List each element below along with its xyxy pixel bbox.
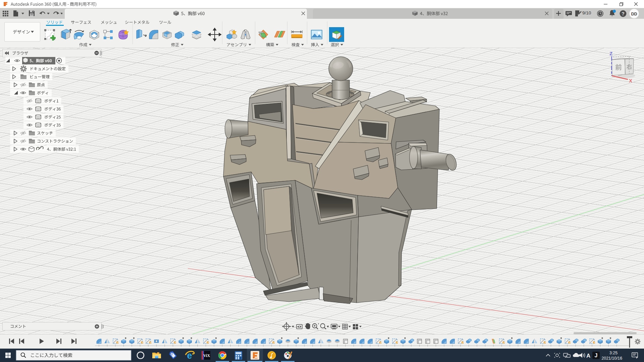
svg-text:X: X <box>629 78 632 83</box>
svg-text:?: ? <box>622 11 625 16</box>
svg-text:3:25: 3:25 <box>609 351 618 355</box>
svg-text:ViX: ViX <box>203 353 210 358</box>
svg-text:Z: Z <box>609 51 612 56</box>
svg-text:J: J <box>595 353 598 358</box>
svg-text:A: A <box>586 353 590 359</box>
svg-text:DD: DD <box>631 12 637 16</box>
svg-text:2021/10/16: 2021/10/16 <box>601 356 622 361</box>
svg-text:360: 360 <box>255 357 258 359</box>
